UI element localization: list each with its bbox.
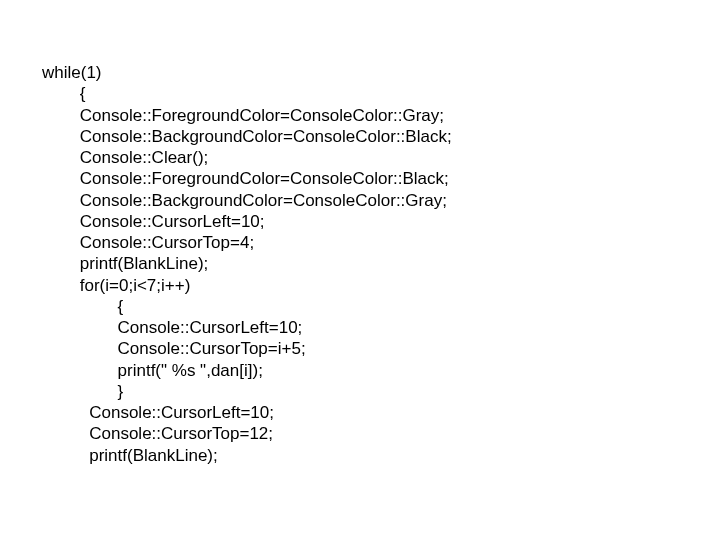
- code-line: printf(" %s ",dan[i]);: [42, 360, 720, 381]
- code-line: Console::Clear();: [42, 147, 720, 168]
- code-line: Console::ForegroundColor=ConsoleColor::B…: [42, 168, 720, 189]
- code-line: Console::BackgroundColor=ConsoleColor::B…: [42, 126, 720, 147]
- code-line: Console::CursorLeft=10;: [42, 402, 720, 423]
- code-line: Console::CursorTop=4;: [42, 232, 720, 253]
- code-line: {: [42, 83, 720, 104]
- code-line: Console::ForegroundColor=ConsoleColor::G…: [42, 105, 720, 126]
- code-line: Console::CursorTop=i+5;: [42, 338, 720, 359]
- code-line: Console::BackgroundColor=ConsoleColor::G…: [42, 190, 720, 211]
- code-line: for(i=0;i<7;i++): [42, 275, 720, 296]
- code-line: Console::CursorLeft=10;: [42, 211, 720, 232]
- code-line: {: [42, 296, 720, 317]
- code-line: while(1): [42, 62, 720, 83]
- code-line: Console::CursorTop=12;: [42, 423, 720, 444]
- code-line: Console::CursorLeft=10;: [42, 317, 720, 338]
- code-line: }: [42, 381, 720, 402]
- code-block: while(1) { Console::ForegroundColor=Cons…: [0, 0, 720, 466]
- code-line: printf(BlankLine);: [42, 253, 720, 274]
- code-line: printf(BlankLine);: [42, 445, 720, 466]
